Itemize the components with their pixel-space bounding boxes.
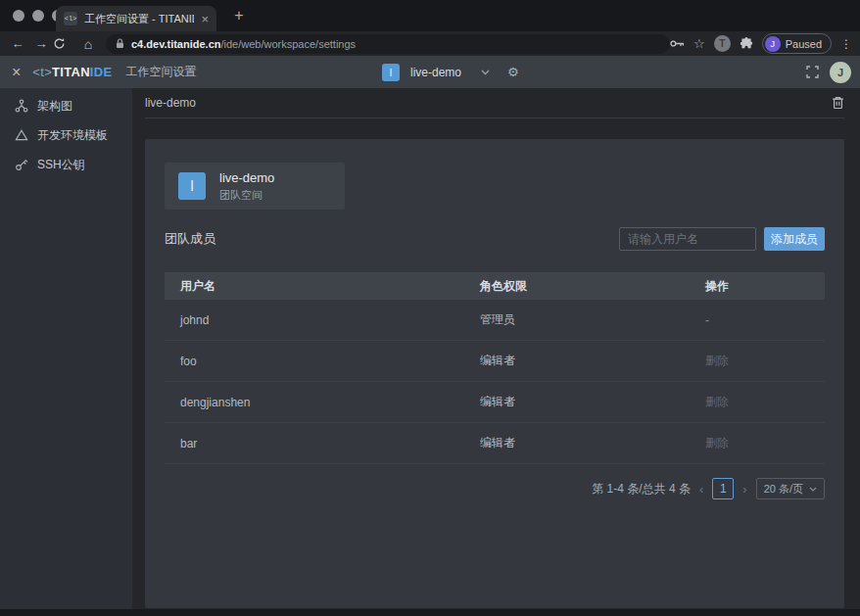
extension-avatar-icon[interactable]: T bbox=[714, 35, 731, 52]
page-number-button[interactable]: 1 bbox=[712, 478, 734, 499]
sidebar-item-dev-env-template[interactable]: 开发环境模板 bbox=[0, 120, 132, 150]
page-size-value: 20 条/页 bbox=[764, 482, 803, 497]
logo-main: TITAN bbox=[52, 65, 90, 79]
lock-icon bbox=[116, 38, 124, 49]
close-window-button[interactable] bbox=[13, 10, 24, 22]
browser-window: <l> 工作空间设置 - TITANIDE × + ← → ⌂ c4.dev.t… bbox=[0, 0, 860, 616]
workspace-card-title: live-demo bbox=[219, 170, 274, 185]
username-input[interactable] bbox=[619, 227, 756, 251]
sidebar: 架构图 开发环境模板 SSH公钥 bbox=[0, 88, 132, 616]
browser-toolbar: ← → ⌂ c4.dev.titanide.cn/ide/web/workspa… bbox=[0, 31, 860, 56]
template-triangle-icon bbox=[15, 128, 28, 142]
table-row: johnd 管理员 - bbox=[165, 300, 825, 341]
minimize-window-button[interactable] bbox=[32, 10, 44, 22]
table-header-row: 用户名 角色权限 操作 bbox=[165, 272, 825, 300]
member-action: - bbox=[690, 313, 825, 327]
toolbar-right: ☆ T J Paused ⋮ bbox=[670, 33, 860, 54]
profile-status: Paused bbox=[786, 38, 822, 50]
extensions-puzzle-icon[interactable] bbox=[740, 37, 753, 51]
gear-icon[interactable]: ⚙ bbox=[507, 65, 519, 79]
delete-member-link[interactable]: 删除 bbox=[690, 435, 825, 451]
member-username: dengjianshen bbox=[165, 396, 464, 409]
members-table: 用户名 角色权限 操作 johnd 管理员 - foo 编辑者 删除 dengj… bbox=[165, 272, 825, 464]
url-text: c4.dev.titanide.cn/ide/web/workspace/set… bbox=[131, 38, 356, 50]
workspace-card-text: live-demo 团队空间 bbox=[219, 170, 274, 203]
sidebar-item-label: 开发环境模板 bbox=[37, 127, 108, 144]
delete-member-link[interactable]: 删除 bbox=[690, 394, 825, 410]
delete-member-link[interactable]: 删除 bbox=[690, 353, 825, 369]
member-role: 管理员 bbox=[464, 311, 690, 328]
workspace-switcher[interactable]: l live-demo ⚙ bbox=[382, 56, 519, 88]
forward-icon[interactable]: → bbox=[29, 36, 53, 51]
reload-icon[interactable] bbox=[53, 37, 76, 50]
content-header: live-demo bbox=[145, 88, 844, 118]
member-username: johnd bbox=[165, 313, 464, 327]
table-row: dengjianshen 编辑者 删除 bbox=[165, 382, 825, 423]
url-path: /ide/web/workspace/settings bbox=[221, 38, 357, 50]
settings-panel: l live-demo 团队空间 团队成员 添加成员 用户名 角色权限 操作 j bbox=[145, 139, 844, 608]
prev-page-icon[interactable]: ‹ bbox=[699, 482, 703, 497]
address-bar[interactable]: c4.dev.titanide.cn/ide/web/workspace/set… bbox=[106, 34, 670, 54]
member-role: 编辑者 bbox=[464, 435, 690, 451]
window-bottom-edge bbox=[0, 609, 860, 616]
table-row: foo 编辑者 删除 bbox=[165, 341, 825, 382]
logo-accent: IDE bbox=[90, 65, 113, 79]
workspace-badge: l bbox=[382, 64, 400, 81]
fullscreen-icon[interactable] bbox=[806, 66, 819, 78]
sidebar-item-ssh-key[interactable]: SSH公钥 bbox=[0, 150, 132, 179]
pagination: 第 1-4 条/总共 4 条 ‹ 1 › 20 条/页 bbox=[165, 478, 825, 499]
workspace-name: live-demo bbox=[410, 66, 461, 79]
favicon-icon: <l> bbox=[64, 12, 77, 25]
app-logo: <t>TITANIDE bbox=[32, 65, 112, 79]
sidebar-item-label: SSH公钥 bbox=[37, 157, 85, 173]
column-header-username: 用户名 bbox=[165, 278, 464, 295]
delete-workspace-trash-icon[interactable] bbox=[832, 96, 844, 110]
next-page-icon[interactable]: › bbox=[742, 482, 746, 497]
browser-tab[interactable]: <l> 工作空间设置 - TITANIDE × bbox=[56, 6, 216, 31]
member-role: 编辑者 bbox=[464, 353, 690, 369]
browser-menu-icon[interactable]: ⋮ bbox=[840, 37, 852, 51]
page-title: 工作空间设置 bbox=[125, 64, 196, 80]
column-header-action: 操作 bbox=[690, 278, 825, 295]
member-role: 编辑者 bbox=[464, 394, 690, 410]
column-header-role: 角色权限 bbox=[464, 278, 690, 295]
pagination-summary: 第 1-4 条/总共 4 条 bbox=[592, 481, 691, 498]
home-icon[interactable]: ⌂ bbox=[76, 36, 100, 52]
back-icon[interactable]: ← bbox=[6, 36, 29, 51]
tab-title: 工作空间设置 - TITANIDE bbox=[84, 12, 194, 26]
logo-bracket: <t> bbox=[32, 65, 52, 79]
sidebar-item-architecture[interactable]: 架构图 bbox=[0, 91, 132, 120]
architecture-diagram-icon bbox=[15, 99, 28, 113]
table-row: bar 编辑者 删除 bbox=[165, 423, 825, 464]
members-toolbar: 团队成员 添加成员 bbox=[165, 227, 825, 251]
profile-chip[interactable]: J Paused bbox=[762, 33, 832, 54]
workspace-card-badge: l bbox=[178, 172, 206, 200]
new-tab-button[interactable]: + bbox=[228, 5, 250, 26]
member-username: foo bbox=[165, 355, 464, 368]
chevron-down-icon bbox=[809, 487, 817, 492]
breadcrumb: live-demo bbox=[145, 96, 196, 110]
add-member-button[interactable]: 添加成员 bbox=[764, 227, 825, 251]
workspace-card-subtitle: 团队空间 bbox=[219, 188, 274, 203]
tab-strip: <l> 工作空间设置 - TITANIDE × + bbox=[0, 0, 860, 31]
url-domain: c4.dev.titanide.cn bbox=[131, 38, 221, 50]
bookmark-star-icon[interactable]: ☆ bbox=[693, 36, 705, 51]
user-avatar[interactable]: J bbox=[830, 62, 851, 83]
password-key-icon[interactable] bbox=[670, 39, 685, 48]
main-content: live-demo l live-demo 团队空间 团队成员 添加成员 用 bbox=[132, 88, 860, 616]
sidebar-item-label: 架构图 bbox=[37, 98, 72, 115]
workspace-card: l live-demo 团队空间 bbox=[165, 163, 345, 210]
chevron-down-icon[interactable] bbox=[481, 70, 490, 75]
app-header: × <t>TITANIDE 工作空间设置 l live-demo ⚙ J bbox=[0, 56, 860, 88]
member-username: bar bbox=[165, 437, 464, 450]
tab-close-icon[interactable]: × bbox=[201, 13, 209, 25]
key-icon bbox=[15, 158, 28, 171]
members-section-title: 团队成员 bbox=[165, 230, 215, 248]
app-header-right: J bbox=[806, 62, 860, 83]
app-close-icon[interactable]: × bbox=[12, 64, 21, 81]
profile-avatar: J bbox=[765, 36, 781, 52]
page-size-select[interactable]: 20 条/页 bbox=[756, 478, 825, 499]
